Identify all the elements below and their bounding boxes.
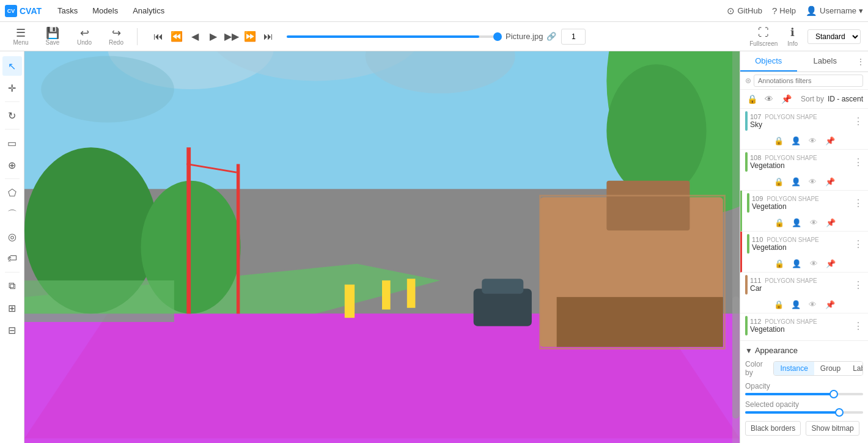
last-frame-button[interactable]: ⏭ bbox=[260, 28, 277, 45]
color-by-label[interactable]: Label bbox=[847, 362, 863, 375]
lock-all-icon[interactable]: 🔒 bbox=[745, 92, 759, 106]
user-icon-111[interactable]: 👤 bbox=[790, 298, 802, 310]
fullscreen-button[interactable]: ⛶ Fullscreen bbox=[749, 26, 778, 47]
tab-labels[interactable]: Labels bbox=[797, 51, 854, 71]
pin-icon-110[interactable]: 📌 bbox=[825, 257, 837, 269]
next-chunk-button[interactable]: ⏩ bbox=[241, 28, 259, 45]
object-info-109: 109 POLYGON SHAPE Vegetation bbox=[752, 195, 851, 211]
selected-opacity-track[interactable] bbox=[745, 411, 863, 414]
lock-icon-108[interactable]: 🔒 bbox=[773, 175, 785, 188]
eye-icon-108[interactable]: 👁 bbox=[807, 175, 819, 188]
split-tool[interactable]: ⊟ bbox=[2, 320, 22, 340]
first-frame-button[interactable]: ⏮ bbox=[150, 28, 167, 45]
sort-by-value[interactable]: ID - ascent bbox=[828, 95, 863, 103]
save-label: Save bbox=[46, 39, 60, 46]
nav-models[interactable]: Models bbox=[86, 4, 124, 18]
mode-select[interactable]: Standard bbox=[807, 29, 861, 44]
logo-text: CVAT bbox=[20, 6, 42, 16]
pin-icon-107[interactable]: 📌 bbox=[824, 134, 836, 147]
cursor-tool[interactable]: ↖ bbox=[2, 56, 22, 76]
appearance-header[interactable]: ▼ Appearance bbox=[745, 346, 863, 355]
pin-icon-109[interactable]: 📌 bbox=[825, 216, 837, 229]
next-frame-button[interactable]: ▶▶ bbox=[223, 28, 240, 45]
rotate-tool[interactable]: ↻ bbox=[2, 106, 22, 125]
menu-button[interactable]: ☰ Menu bbox=[7, 26, 34, 47]
more-options-112[interactable]: ⋮ bbox=[853, 320, 863, 332]
more-options-107[interactable]: ⋮ bbox=[853, 115, 863, 127]
user-icon-107[interactable]: 👤 bbox=[790, 134, 802, 147]
lock-icon-110[interactable]: 🔒 bbox=[773, 257, 785, 269]
color-by-instance[interactable]: Instance bbox=[774, 362, 814, 375]
svg-rect-21 bbox=[382, 280, 391, 310]
user-icon-108[interactable]: 👤 bbox=[790, 175, 802, 188]
redo-button[interactable]: ↪ Redo bbox=[103, 26, 130, 47]
nav-tasks[interactable]: Tasks bbox=[51, 4, 84, 18]
pin-all-icon[interactable]: 📌 bbox=[779, 92, 793, 106]
help-link[interactable]: ? Help bbox=[772, 5, 796, 16]
user-icon-110[interactable]: 👤 bbox=[790, 257, 803, 269]
appearance-section: ▼ Appearance Color by Instance Group Lab… bbox=[740, 340, 868, 443]
point-tool[interactable]: ◎ bbox=[2, 227, 22, 246]
opacity-track[interactable] bbox=[745, 393, 863, 395]
tool-sep-4 bbox=[5, 272, 20, 273]
user-icon-109[interactable]: 👤 bbox=[790, 216, 803, 229]
tag-tool[interactable]: 🏷 bbox=[2, 249, 22, 268]
tab-objects[interactable]: Objects bbox=[740, 51, 797, 71]
selected-opacity-thumb[interactable] bbox=[835, 408, 844, 417]
progress-fill bbox=[287, 35, 479, 38]
scroll-thumb[interactable] bbox=[732, 296, 740, 419]
group-tool[interactable]: ⧉ bbox=[2, 276, 22, 296]
menu-icon: ☰ bbox=[16, 27, 26, 38]
move-tool[interactable]: ✛ bbox=[2, 78, 22, 98]
black-borders-button[interactable]: Black borders bbox=[745, 421, 801, 436]
eye-icon-110[interactable]: 👁 bbox=[807, 257, 820, 269]
lock-icon-109[interactable]: 🔒 bbox=[773, 216, 785, 229]
eye-icon-107[interactable]: 👁 bbox=[807, 134, 819, 147]
canvas-area[interactable] bbox=[24, 51, 740, 443]
pin-icon-108[interactable]: 📌 bbox=[824, 175, 836, 188]
pin-icon-111[interactable]: 📌 bbox=[824, 298, 836, 310]
object-label-107: Sky bbox=[750, 120, 851, 129]
show-all-icon[interactable]: 👁 bbox=[762, 92, 776, 106]
more-options-110[interactable]: ⋮ bbox=[853, 238, 863, 250]
panel-options-icon[interactable]: ⋮ bbox=[853, 51, 868, 71]
appearance-chevron-icon: ▼ bbox=[745, 346, 752, 355]
link-icon[interactable]: 🔗 bbox=[546, 32, 556, 41]
lock-icon-111[interactable]: 🔒 bbox=[773, 298, 785, 310]
undo-button[interactable]: ↩ Undo bbox=[71, 26, 98, 47]
curve-tool[interactable]: ⌒ bbox=[2, 205, 22, 224]
more-options-108[interactable]: ⋮ bbox=[853, 156, 863, 168]
opacity-thumb[interactable] bbox=[829, 390, 838, 398]
show-bitmap-button[interactable]: Show bitmap bbox=[806, 421, 859, 436]
menu-label: Menu bbox=[13, 39, 28, 46]
annotation-canvas[interactable] bbox=[24, 51, 740, 443]
logo[interactable]: CV CVAT bbox=[5, 5, 42, 17]
prev-chunk-button[interactable]: ⏪ bbox=[168, 28, 185, 45]
merge-tool[interactable]: ⊞ bbox=[2, 298, 22, 318]
user-icon: 👤 bbox=[806, 5, 817, 16]
info-button[interactable]: ℹ Info bbox=[787, 26, 798, 47]
play-button[interactable]: ▶ bbox=[205, 28, 222, 45]
color-by-group[interactable]: Group bbox=[814, 362, 847, 375]
color-bar-112 bbox=[745, 316, 748, 335]
eye-icon-109[interactable]: 👁 bbox=[807, 216, 820, 229]
svg-rect-20 bbox=[345, 285, 355, 318]
nav-analytics[interactable]: Analytics bbox=[127, 4, 171, 18]
eye-icon-111[interactable]: 👁 bbox=[807, 298, 819, 310]
lock-icon-107[interactable]: 🔒 bbox=[773, 134, 785, 147]
search-area-tool[interactable]: ⊕ bbox=[2, 155, 22, 175]
more-options-111[interactable]: ⋮ bbox=[853, 279, 863, 291]
user-menu[interactable]: 👤 Username ▾ bbox=[806, 5, 863, 16]
rectangle-tool[interactable]: ▭ bbox=[2, 133, 22, 153]
object-item-108: 108 POLYGON SHAPE Vegetation ⋮ 🔒 👤 👁 📌 bbox=[740, 150, 868, 191]
polygon-tool[interactable]: ⬠ bbox=[2, 183, 22, 202]
filename-area: Picture.jpg 🔗 bbox=[506, 32, 556, 41]
object-controls-109: 🔒 👤 👁 📌 bbox=[742, 215, 868, 231]
save-button[interactable]: 💾 Save bbox=[39, 26, 66, 47]
annotations-filter-input[interactable] bbox=[754, 75, 863, 87]
prev-frame-button[interactable]: ◀ bbox=[186, 28, 204, 45]
github-link[interactable]: ⊙ GitHub bbox=[727, 5, 762, 16]
more-options-109[interactable]: ⋮ bbox=[853, 197, 863, 209]
frame-number-input[interactable] bbox=[561, 29, 586, 45]
progress-track[interactable] bbox=[287, 35, 501, 38]
